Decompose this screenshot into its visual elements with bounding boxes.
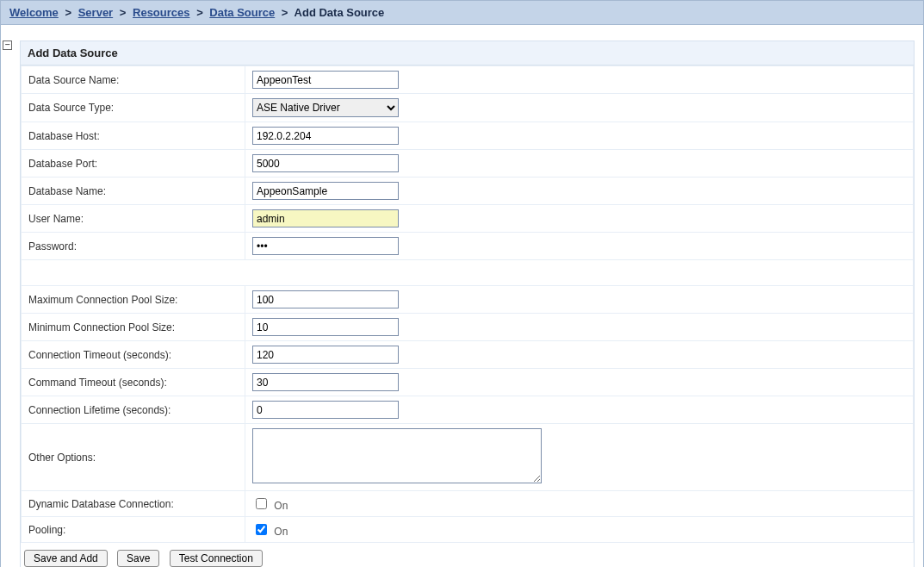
breadcrumb-resources[interactable]: Resources — [133, 6, 189, 19]
breadcrumb-sep: > — [278, 6, 292, 19]
label-cmd-timeout: Command Timeout (seconds): — [22, 369, 245, 396]
label-dyn-db: Dynamic Database Connection: — [22, 491, 245, 517]
button-row: Save and Add Save Test Connection — [21, 543, 914, 567]
collapse-icon[interactable]: − — [3, 40, 12, 50]
breadcrumb-sep: > — [116, 6, 130, 19]
save-button[interactable]: Save — [117, 550, 159, 567]
label-user-name: User Name: — [22, 205, 245, 233]
add-data-source-panel: Add Data Source Data Source Name: Data S… — [20, 40, 915, 567]
breadcrumb-sep: > — [193, 6, 207, 19]
label-conn-timeout: Connection Timeout (seconds): — [22, 341, 245, 369]
checkbox-dyn-db-label: On — [274, 500, 288, 512]
test-connection-button[interactable]: Test Connection — [170, 550, 263, 567]
breadcrumb-sep: > — [61, 6, 75, 19]
save-and-add-button[interactable]: Save and Add — [24, 550, 108, 567]
label-db-name: Database Name: — [22, 178, 245, 205]
breadcrumb-welcome[interactable]: Welcome — [9, 6, 59, 19]
label-db-port: Database Port: — [22, 150, 245, 178]
input-db-port[interactable] — [252, 154, 399, 172]
checkbox-pooling[interactable] — [256, 524, 267, 535]
input-db-host[interactable] — [252, 127, 399, 145]
label-ds-type: Data Source Type: — [22, 94, 245, 122]
select-ds-type[interactable]: ASE Native Driver — [252, 98, 399, 117]
panel-title: Add Data Source — [21, 41, 914, 65]
label-pooling: Pooling: — [22, 517, 245, 543]
label-password: Password: — [22, 233, 245, 260]
input-db-name[interactable] — [252, 182, 399, 200]
label-max-pool: Maximum Connection Pool Size: — [22, 286, 245, 314]
textarea-other-opts[interactable] — [252, 428, 542, 483]
breadcrumb-data-source[interactable]: Data Source — [209, 6, 275, 19]
input-ds-name[interactable] — [252, 71, 399, 89]
breadcrumb: Welcome > Server > Resources > Data Sour… — [1, 1, 923, 25]
label-conn-lifetime: Connection Lifetime (seconds): — [22, 396, 245, 424]
input-conn-timeout[interactable] — [252, 346, 399, 364]
label-min-pool: Minimum Connection Pool Size: — [22, 314, 245, 341]
input-password[interactable] — [252, 237, 399, 255]
input-min-pool[interactable] — [252, 318, 399, 336]
checkbox-dyn-db[interactable] — [256, 498, 267, 509]
input-user-name[interactable] — [252, 209, 399, 227]
label-other-opts: Other Options: — [22, 424, 245, 491]
breadcrumb-server[interactable]: Server — [78, 6, 113, 19]
breadcrumb-current: Add Data Source — [295, 6, 385, 19]
input-max-pool[interactable] — [252, 290, 399, 308]
input-cmd-timeout[interactable] — [252, 373, 399, 391]
label-ds-name: Data Source Name: — [22, 66, 245, 94]
input-conn-lifetime[interactable] — [252, 401, 399, 419]
label-db-host: Database Host: — [22, 122, 245, 150]
checkbox-pooling-label: On — [274, 526, 288, 538]
